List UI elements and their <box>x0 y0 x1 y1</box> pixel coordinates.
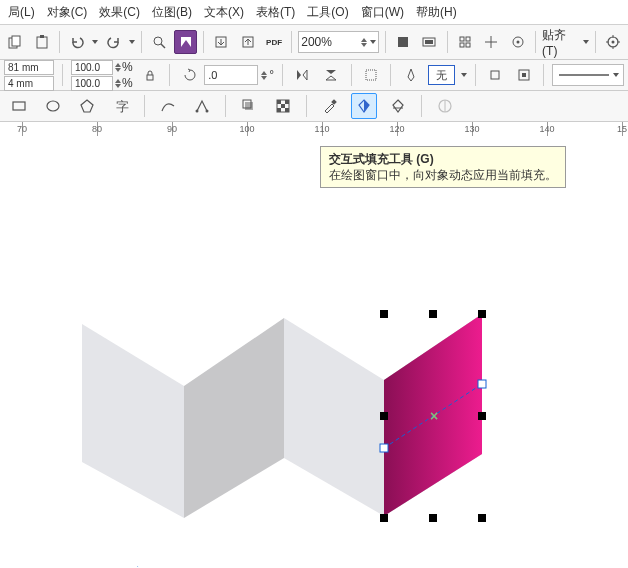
copy-icon[interactable] <box>4 30 27 54</box>
snap-icon[interactable] <box>507 30 530 54</box>
separator <box>62 64 63 86</box>
separator <box>306 95 307 117</box>
search-icon[interactable] <box>148 30 171 54</box>
svg-rect-56 <box>380 444 388 452</box>
separator <box>351 64 352 86</box>
svg-rect-44 <box>277 108 281 112</box>
outline-pen-icon[interactable] <box>432 93 458 119</box>
selection-handle[interactable] <box>478 412 486 420</box>
zoom-dropdown[interactable]: 200% <box>298 31 379 53</box>
freehand-tool-icon[interactable] <box>155 93 181 119</box>
paste-icon[interactable] <box>31 30 54 54</box>
menu-bitmap[interactable]: 位图(B) <box>148 4 196 21</box>
selection-handle[interactable] <box>478 514 486 522</box>
separator <box>225 95 226 117</box>
svg-rect-15 <box>466 43 470 47</box>
menu-table[interactable]: 表格(T) <box>252 4 299 21</box>
transparency-tool-icon[interactable] <box>270 93 296 119</box>
fullscreen-icon[interactable] <box>392 30 415 54</box>
separator <box>447 31 448 53</box>
options-icon[interactable] <box>602 30 625 54</box>
svg-rect-13 <box>466 37 470 41</box>
grid-icon[interactable] <box>454 30 477 54</box>
shape-tool-icon[interactable] <box>189 93 215 119</box>
svg-text:字: 字 <box>116 99 129 114</box>
separator <box>390 64 391 86</box>
separator <box>421 95 422 117</box>
polygon-tool-icon[interactable] <box>74 93 100 119</box>
svg-rect-32 <box>13 102 25 110</box>
menu-object[interactable]: 对象(C) <box>43 4 92 21</box>
svg-rect-27 <box>366 70 376 80</box>
menu-bar: 局(L) 对象(C) 效果(C) 位图(B) 文本(X) 表格(T) 工具(O)… <box>0 0 628 25</box>
lock-ratio-icon[interactable] <box>139 63 162 87</box>
menu-effects[interactable]: 效果(C) <box>95 4 144 21</box>
rotate-icon <box>178 63 202 87</box>
menu-text[interactable]: 文本(X) <box>200 4 248 21</box>
selection-handle[interactable] <box>380 412 388 420</box>
outline-style-dropdown[interactable] <box>552 64 624 86</box>
svg-line-5 <box>161 44 165 48</box>
selection-handle[interactable] <box>380 514 388 522</box>
svg-rect-1 <box>12 36 20 46</box>
redo-caret[interactable] <box>129 40 135 44</box>
mesh-fill-tool-icon[interactable] <box>385 93 411 119</box>
redo-icon[interactable] <box>102 30 125 54</box>
y-position[interactable]: 4 mm <box>4 76 54 91</box>
selection-handle[interactable] <box>429 310 437 318</box>
ellipse-tool-icon[interactable] <box>40 93 66 119</box>
separator <box>291 31 292 53</box>
separator <box>535 31 536 53</box>
svg-marker-51 <box>184 318 284 518</box>
scale-y[interactable]: 100.0 <box>71 76 113 91</box>
svg-point-36 <box>196 110 199 113</box>
mirror-h-icon[interactable] <box>291 63 314 87</box>
selection-handle[interactable] <box>380 310 388 318</box>
svg-rect-12 <box>460 37 464 41</box>
svg-rect-2 <box>37 37 47 48</box>
undo-icon[interactable] <box>66 30 89 54</box>
pdf-icon[interactable]: PDF <box>263 30 286 54</box>
drawing-canvas[interactable]: × www.rjzxw.com <box>0 136 628 568</box>
fountain-fill-pen-icon[interactable] <box>399 63 422 87</box>
guides-icon[interactable] <box>480 30 503 54</box>
separator <box>141 31 142 53</box>
selection-handle[interactable] <box>478 310 486 318</box>
import-icon[interactable] <box>210 30 233 54</box>
interactive-fill-tool-icon[interactable] <box>351 93 377 119</box>
snap-caret[interactable] <box>583 40 589 44</box>
separator <box>144 95 145 117</box>
bitmap-trace-icon[interactable] <box>174 30 197 54</box>
copy-fill-icon[interactable] <box>483 63 506 87</box>
menu-window[interactable]: 窗口(W) <box>357 4 408 21</box>
fill-caret[interactable] <box>461 73 467 77</box>
menu-help[interactable]: 帮助(H) <box>412 4 461 21</box>
menu-layout[interactable]: 局(L) <box>4 4 39 21</box>
x-position[interactable]: 81 mm <box>4 60 54 75</box>
undo-caret[interactable] <box>92 40 98 44</box>
rotation-angle[interactable]: .0 <box>204 65 258 85</box>
standard-toolbar: PDF 200% 贴齐(T) <box>0 25 628 60</box>
text-tool-icon[interactable]: 字 <box>108 93 134 119</box>
svg-rect-30 <box>522 73 526 77</box>
free-transform-icon[interactable] <box>360 63 383 87</box>
separator <box>59 31 60 53</box>
mirror-v-icon[interactable] <box>320 63 343 87</box>
no-fill-swatch[interactable]: 无 <box>428 65 455 85</box>
eyedropper-icon[interactable] <box>317 93 343 119</box>
svg-point-33 <box>47 101 59 111</box>
selection-handle[interactable] <box>429 514 437 522</box>
svg-rect-28 <box>491 71 499 79</box>
snap-label[interactable]: 贴齐(T) <box>542 27 579 58</box>
preview-icon[interactable] <box>418 30 441 54</box>
edit-fill-icon[interactable] <box>512 63 535 87</box>
selection-center-icon[interactable]: × <box>430 408 438 424</box>
rectangle-tool-icon[interactable] <box>6 93 32 119</box>
watermark: www.rjzxw.com <box>94 564 197 568</box>
export-icon[interactable] <box>236 30 259 54</box>
shadow-tool-icon[interactable] <box>236 93 262 119</box>
separator <box>475 64 476 86</box>
scale-x[interactable]: 100.0 <box>71 60 113 75</box>
svg-rect-45 <box>285 108 289 112</box>
menu-tools[interactable]: 工具(O) <box>303 4 352 21</box>
